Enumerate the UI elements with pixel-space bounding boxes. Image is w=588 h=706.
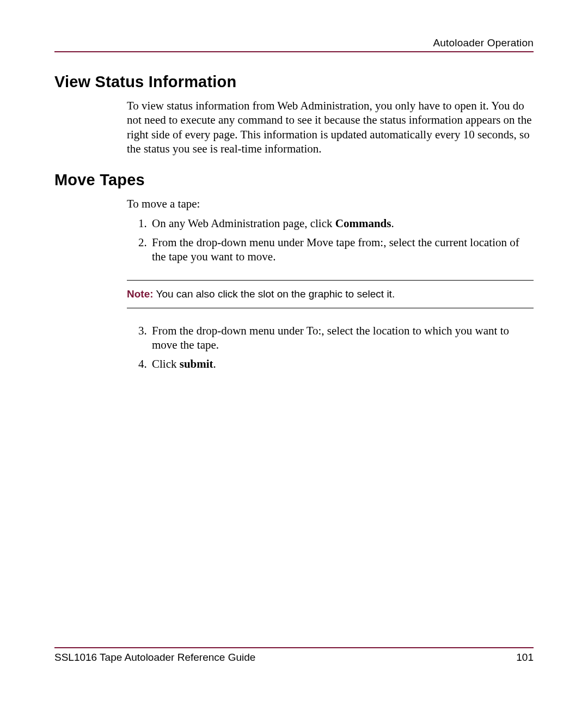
view-status-paragraph: To view status information from Web Admi… — [127, 99, 534, 156]
steps-list-1: On any Web Administration page, click Co… — [127, 216, 534, 264]
note-text: You can also click the slot on the graph… — [154, 288, 395, 300]
step-1-bold: Commands — [335, 217, 391, 230]
step-1-post: . — [391, 217, 394, 230]
move-tapes-body: To move a tape: On any Web Administratio… — [127, 197, 534, 371]
chapter-title: Autoloader Operation — [433, 37, 534, 49]
step-3: From the drop-down menu under To:, selec… — [150, 324, 534, 352]
move-tapes-intro: To move a tape: — [127, 197, 534, 211]
note-label: Note: — [127, 288, 154, 300]
footer-rule — [54, 647, 534, 648]
heading-view-status: View Status Information — [54, 73, 534, 91]
note-block: Note: You can also click the slot on the… — [127, 280, 534, 308]
step-4-pre: Click — [152, 357, 180, 370]
step-4: Click submit. — [150, 357, 534, 371]
footer-guide-title: SSL1016 Tape Autoloader Reference Guide — [54, 652, 255, 664]
header-rule — [54, 51, 534, 52]
step-1: On any Web Administration page, click Co… — [150, 216, 534, 230]
steps-list-2: From the drop-down menu under To:, selec… — [127, 324, 534, 371]
heading-move-tapes: Move Tapes — [54, 171, 534, 189]
page-footer: SSL1016 Tape Autoloader Reference Guide … — [54, 647, 534, 664]
view-status-body: To view status information from Web Admi… — [127, 99, 534, 156]
step-1-pre: On any Web Administration page, click — [152, 217, 335, 230]
page-header: Autoloader Operation — [54, 33, 534, 51]
footer-row: SSL1016 Tape Autoloader Reference Guide … — [54, 652, 534, 664]
page-number: 101 — [516, 652, 534, 664]
step-4-bold: submit — [180, 357, 213, 370]
step-4-post: . — [213, 357, 216, 370]
page: Autoloader Operation View Status Informa… — [0, 0, 588, 706]
step-2: From the drop-down menu under Move tape … — [150, 235, 534, 264]
